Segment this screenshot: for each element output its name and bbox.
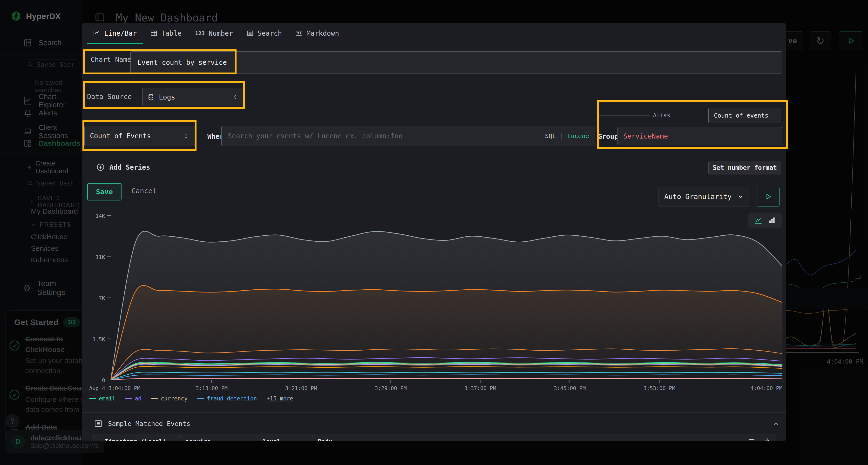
line-chart-toggle-icon[interactable] [754,216,763,225]
tab-label: Markdown [306,29,339,37]
play-icon [764,193,772,200]
where-field[interactable]: SQL | Lucene [221,126,595,146]
line-chart-icon [93,30,100,37]
svg-text:Aug 4 3:04:00 PM: Aug 4 3:04:00 PM [89,385,140,391]
tab-label: Line/Bar [104,29,137,37]
legend-item[interactable]: email [89,395,116,402]
svg-text:3:21:00 PM: 3:21:00 PM [285,385,317,391]
events-table-header: Timestamp (Local) service level Body [92,434,776,441]
tab-label: Number [209,29,233,37]
svg-text:4:04:00 PM: 4:04:00 PM [751,385,782,391]
chart-type-toggle [748,212,782,228]
sample-events-title: Sample Matched Events [108,420,190,427]
svg-text:3:53:00 PM: 3:53:00 PM [643,385,675,391]
svg-text:11K: 11K [95,254,105,260]
legend-swatch [151,398,158,399]
add-series-label: Add Series [110,163,150,171]
sample-events-header[interactable]: Sample Matched Events [94,419,190,428]
tab-label: Table [161,29,182,37]
svg-text:3.5K: 3.5K [92,336,105,342]
where-input[interactable] [227,132,541,140]
divider [82,412,786,413]
legend-item[interactable]: currency [151,395,188,402]
annotation-box-chart-name [83,49,237,74]
tab-line-bar[interactable]: Line/Bar [87,23,143,44]
run-chart-button[interactable] [756,187,779,206]
legend-item[interactable]: ad [125,395,142,402]
svg-text:3:13:00 PM: 3:13:00 PM [196,385,227,391]
circle-plus-icon [96,163,105,171]
legend-label: fraud-detection [207,395,257,402]
list-icon [246,30,254,37]
modal-tabbar: Line/Bar Table 123 Number Search Markdow… [82,23,786,44]
table-icon [150,30,157,37]
tab-table[interactable]: Table [144,23,188,44]
legend-label: currency [161,395,188,402]
sql-toggle[interactable]: SQL [545,133,556,139]
tab-search[interactable]: Search [240,23,288,44]
svg-text:3:29:00 PM: 3:29:00 PM [375,385,406,391]
legend-swatch [89,398,96,399]
column-header-body[interactable]: Body [318,438,332,441]
svg-text:3:37:00 PM: 3:37:00 PM [464,385,496,391]
annotation-box-group-by [597,100,788,149]
list-icon [94,419,103,428]
toggle-divider: | [560,133,563,139]
legend-swatch [125,398,132,399]
column-header-level[interactable]: level [262,438,281,441]
column-resizer[interactable] [179,436,180,441]
legend-label: ad [135,395,142,402]
chevron-up-icon [772,421,780,428]
cancel-button[interactable]: Cancel [131,187,157,195]
column-header-service[interactable]: service [185,438,211,441]
line-chart[interactable]: 03.5K7K11K14KAug 4 3:04:00 PM3:13:00 PM3… [89,210,782,393]
granularity-value: Auto Granularity [664,193,732,201]
column-resizer[interactable] [312,436,313,441]
svg-text:0: 0 [102,377,105,383]
column-resizer[interactable] [256,436,257,441]
markdown-icon [296,30,303,37]
tab-number[interactable]: 123 Number [189,23,239,44]
tab-label: Search [257,29,282,37]
123-icon: 123 [195,30,205,36]
annotation-box-data-source [83,81,245,109]
chart-legend: emailadcurrencyfraud-detection+15 more [89,395,293,402]
add-series-button[interactable]: Add Series [96,163,150,171]
tab-markdown[interactable]: Markdown [289,23,345,44]
svg-text:14K: 14K [95,213,105,219]
legend-label: email [99,395,116,402]
legend-swatch [197,398,204,399]
bar-chart-toggle-icon[interactable] [768,217,776,225]
svg-text:7K: 7K [99,295,105,301]
save-button[interactable]: Save [87,183,122,200]
annotation-box-aggregation [83,120,196,151]
lucene-toggle[interactable]: Lucene [567,133,589,139]
legend-more-link[interactable]: +15 more [267,395,293,402]
granularity-select[interactable]: Auto Granularity [658,187,750,206]
set-number-format-button[interactable]: Set number format [708,161,781,174]
chevron-down-icon [737,193,744,200]
legend-item[interactable]: fraud-detection [197,395,257,402]
column-header-timestamp[interactable]: Timestamp (Local) [105,438,166,441]
download-icon[interactable] [763,437,771,441]
svg-text:3:45:00 PM: 3:45:00 PM [554,385,586,391]
collapse-section-button[interactable] [772,421,780,429]
wrap-lines-icon[interactable] [747,437,756,441]
